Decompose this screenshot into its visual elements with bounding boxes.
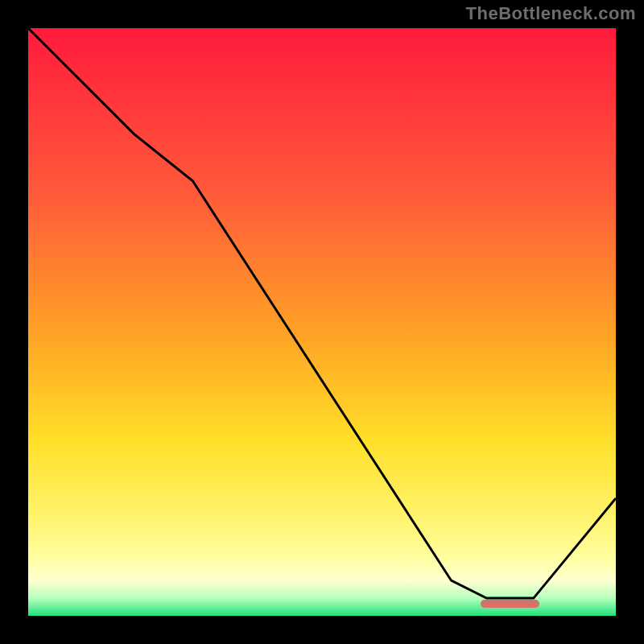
bottleneck-curve bbox=[28, 28, 616, 616]
watermark-text: TheBottleneck.com bbox=[466, 3, 636, 24]
plot-area bbox=[28, 28, 616, 616]
optimum-marker bbox=[481, 600, 539, 608]
chart-stage: TheBottleneck.com bbox=[0, 0, 644, 644]
